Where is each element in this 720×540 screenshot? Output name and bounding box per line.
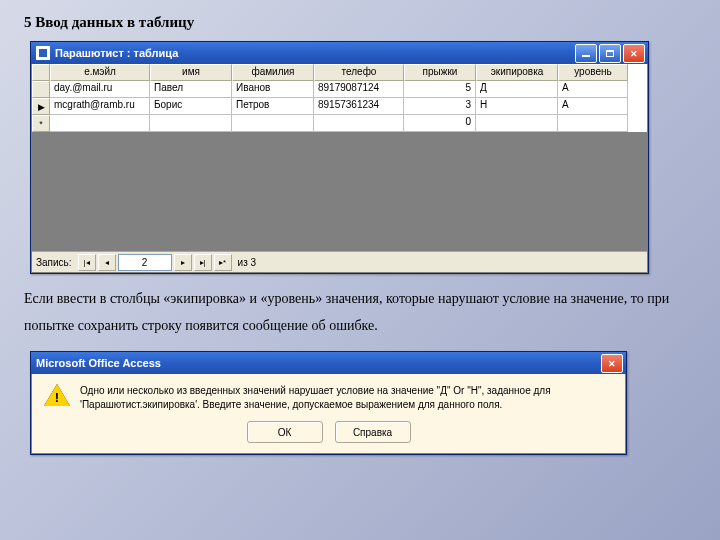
error-dialog: Microsoft Office Access ! Одно или неско… [30,351,627,455]
ok-button[interactable]: ОК [247,421,323,443]
table-row[interactable]: day.@mail.ru Павел Иванов 89179087124 5 … [32,81,647,98]
row-selector-new[interactable]: * [32,115,50,132]
cell[interactable]: Д [476,81,558,98]
col-family[interactable]: фамилия [232,64,314,81]
row-selector-current[interactable]: ▶ [32,98,50,115]
col-equip[interactable]: экипировка [476,64,558,81]
dialog-close-button[interactable] [601,354,623,373]
cell[interactable] [558,115,628,132]
nav-current-input[interactable] [118,254,172,271]
cell[interactable]: Н [476,98,558,115]
dialog-titlebar[interactable]: Microsoft Office Access [31,352,626,374]
nav-new-button[interactable]: ▸* [214,254,232,271]
cell[interactable]: 89179087124 [314,81,404,98]
minimize-button[interactable] [575,44,597,63]
dialog-title: Microsoft Office Access [36,357,601,369]
cell[interactable]: А [558,81,628,98]
cell[interactable] [476,115,558,132]
close-icon [630,48,638,59]
titlebar[interactable]: Парашютист : таблица [31,42,648,64]
nav-first-button[interactable]: |◂ [78,254,96,271]
cell[interactable]: Павел [150,81,232,98]
cell[interactable]: 89157361234 [314,98,404,115]
maximize-button[interactable] [599,44,621,63]
cell[interactable]: А [558,98,628,115]
window-icon [36,46,50,60]
cell[interactable]: Иванов [232,81,314,98]
nav-prev-button[interactable]: ◂ [98,254,116,271]
cell[interactable]: day.@mail.ru [50,81,150,98]
cell[interactable]: mcgrath@ramb.ru [50,98,150,115]
cell[interactable] [314,115,404,132]
nav-last-button[interactable]: ▸| [194,254,212,271]
cell[interactable] [50,115,150,132]
nav-of-label: из 3 [238,257,257,268]
close-icon [608,358,616,369]
dialog-message: Одно или несколько из введенных значений… [80,384,613,411]
window-title: Парашютист : таблица [55,47,575,59]
cell[interactable]: 5 [404,81,476,98]
row-selector[interactable] [32,81,50,98]
col-email[interactable]: е.мэйл [50,64,150,81]
warning-icon: ! [44,384,70,408]
cell[interactable] [150,115,232,132]
cell[interactable]: 0 [404,115,476,132]
cell[interactable] [232,115,314,132]
table-row-new[interactable]: * 0 [32,115,647,132]
col-name[interactable]: имя [150,64,232,81]
cell[interactable]: Петров [232,98,314,115]
col-level[interactable]: уровень [558,64,628,81]
record-navigator: Запись: |◂ ◂ ▸ ▸| ▸* из 3 [32,251,647,272]
table-window: Парашютист : таблица е.мэйл имя фамилия … [30,41,649,274]
help-button[interactable]: Справка [335,421,411,443]
close-button[interactable] [623,44,645,63]
col-jumps[interactable]: прыжки [404,64,476,81]
body-paragraph: Если ввести в столбцы «экипировка» и «ур… [24,286,696,339]
table-header-row: е.мэйл имя фамилия телефо прыжки экипиро… [32,64,647,81]
table-row[interactable]: ▶ mcgrath@ramb.ru Борис Петров 891573612… [32,98,647,115]
cell[interactable]: Борис [150,98,232,115]
cell[interactable]: 3 [404,98,476,115]
nav-next-button[interactable]: ▸ [174,254,192,271]
section-heading: 5 Ввод данных в таблицу [24,14,696,31]
nav-label: Запись: [36,257,72,268]
col-phone[interactable]: телефо [314,64,404,81]
grid-empty-area [32,132,647,251]
